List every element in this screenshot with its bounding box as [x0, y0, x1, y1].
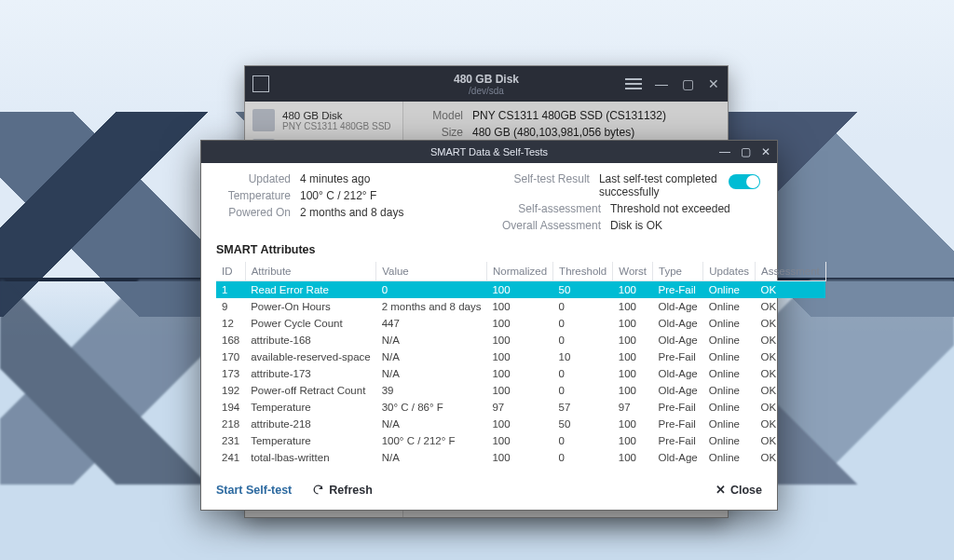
col-updates[interactable]: Updates [703, 262, 756, 281]
table-row[interactable]: 170available-reserved-spaceN/A10010100Pr… [216, 348, 825, 365]
sidebar-item-title: 480 GB Disk [282, 110, 391, 121]
cell-worst: 100 [613, 281, 653, 299]
cell-attr: Temperature [245, 399, 375, 416]
powered-on-value: 2 months and 8 days [300, 206, 403, 219]
cell-upd: Online [703, 348, 756, 365]
cell-id: 192 [216, 382, 245, 399]
cell-norm: 100 [486, 315, 552, 332]
table-row[interactable]: 1Read Error Rate010050100Pre-FailOnlineO… [216, 281, 825, 299]
sidebar-item-sub: PNY CS1311 480GB SSD [282, 121, 391, 131]
menu-icon[interactable] [625, 78, 642, 89]
smart-enabled-toggle[interactable] [729, 174, 760, 189]
col-assessment[interactable]: Assessment [756, 262, 826, 281]
table-row[interactable]: 9Power-On Hours2 months and 8 days100010… [216, 298, 825, 315]
col-normalized[interactable]: Normalized [486, 262, 552, 281]
cell-ass: OK [756, 332, 826, 348]
self-assessment-value: Threshold not exceeded [610, 202, 730, 215]
cell-norm: 100 [486, 348, 552, 365]
table-row[interactable]: 12Power Cycle Count4471000100Old-AgeOnli… [216, 315, 825, 332]
refresh-button[interactable]: Refresh [312, 484, 373, 497]
cell-thr: 0 [553, 449, 613, 466]
col-type[interactable]: Type [653, 262, 703, 281]
disks-left-control[interactable] [252, 75, 269, 92]
cell-thr: 10 [553, 348, 613, 365]
cell-type: Old-Age [653, 315, 703, 332]
table-row[interactable]: 168attribute-168N/A1000100Old-AgeOnlineO… [216, 332, 825, 348]
minimize-button[interactable]: — [655, 77, 668, 90]
cell-ass: OK [756, 399, 826, 416]
cell-id: 194 [216, 399, 245, 416]
size-label: Size [416, 126, 463, 139]
cell-norm: 100 [486, 416, 552, 432]
col-value[interactable]: Value [376, 262, 487, 281]
cell-id: 231 [216, 432, 245, 449]
table-row[interactable]: 173attribute-173N/A1000100Old-AgeOnlineO… [216, 365, 825, 382]
table-row[interactable]: 218attribute-218N/A10050100Pre-FailOnlin… [216, 416, 825, 432]
cell-value: 100° C / 212° F [376, 432, 487, 449]
cell-attr: attribute-173 [245, 365, 375, 382]
disks-titlebar[interactable]: 480 GB Disk /dev/sda — ▢ ✕ [245, 66, 728, 102]
cell-ass: OK [756, 298, 826, 315]
sidebar-item-disk[interactable]: 480 GB Disk PNY CS1311 480GB SSD [245, 105, 402, 135]
cell-upd: Online [703, 298, 756, 315]
cell-id: 12 [216, 315, 245, 332]
smart-minimize-button[interactable]: — [719, 146, 730, 157]
start-self-test-button[interactable]: Start Self-test [216, 484, 292, 497]
cell-upd: Online [703, 449, 756, 466]
close-dialog-button[interactable]: ✕ Close [716, 483, 762, 497]
temperature-label: Temperature [216, 189, 291, 202]
cell-id: 170 [216, 348, 245, 365]
model-value: PNY CS1311 480GB SSD (CS131132) [472, 109, 666, 122]
smart-maximize-button[interactable]: ▢ [740, 146, 751, 157]
smart-titlebar[interactable]: SMART Data & Self-Tests — ▢ ✕ [201, 141, 777, 163]
refresh-icon [312, 484, 324, 496]
cell-type: Pre-Fail [653, 399, 703, 416]
cell-upd: Online [703, 281, 756, 299]
close-button[interactable]: ✕ [707, 77, 720, 90]
cell-ass: OK [756, 449, 826, 466]
smart-dialog-actions: Start Self-test Refresh ✕ Close [201, 473, 777, 510]
cell-thr: 0 [553, 298, 613, 315]
cell-worst: 100 [613, 298, 653, 315]
cell-type: Pre-Fail [653, 432, 703, 449]
cell-id: 218 [216, 416, 245, 432]
selftest-result-label: Self-test Result [489, 172, 590, 198]
cell-upd: Online [703, 416, 756, 432]
cell-thr: 0 [553, 315, 613, 332]
model-label: Model [416, 109, 463, 122]
overall-assessment-value: Disk is OK [610, 219, 662, 232]
cell-upd: Online [703, 399, 756, 416]
table-row[interactable]: 241total-lbas-writtenN/A1000100Old-AgeOn… [216, 449, 825, 466]
cell-ass: OK [756, 365, 826, 382]
col-threshold[interactable]: Threshold [553, 262, 613, 281]
maximize-button[interactable]: ▢ [681, 77, 694, 90]
cell-upd: Online [703, 382, 756, 399]
self-assessment-label: Self-assessment [489, 202, 601, 215]
smart-close-button[interactable]: ✕ [760, 146, 771, 157]
col-attribute[interactable]: Attribute [245, 262, 375, 281]
overall-assessment-label: Overall Assessment [489, 219, 601, 232]
cell-thr: 0 [553, 332, 613, 348]
cell-value: 447 [376, 315, 487, 332]
close-icon: ✕ [716, 483, 726, 497]
cell-upd: Online [703, 332, 756, 348]
cell-upd: Online [703, 365, 756, 382]
powered-on-label: Powered On [216, 206, 291, 219]
col-id[interactable]: ID [216, 262, 245, 281]
cell-worst: 100 [613, 348, 653, 365]
updated-value: 4 minutes ago [300, 172, 370, 185]
cell-thr: 50 [553, 281, 613, 299]
table-row[interactable]: 192Power-off Retract Count391000100Old-A… [216, 382, 825, 399]
cell-type: Old-Age [653, 298, 703, 315]
table-row[interactable]: 194Temperature30° C / 86° F975797Pre-Fai… [216, 399, 825, 416]
table-row[interactable]: 231Temperature100° C / 212° F1000100Pre-… [216, 432, 825, 449]
cell-worst: 100 [613, 432, 653, 449]
smart-summary: Updated 4 minutes ago Temperature 100° C… [216, 172, 762, 236]
cell-value: N/A [376, 332, 487, 348]
cell-value: N/A [376, 348, 487, 365]
cell-value: 2 months and 8 days [376, 298, 487, 315]
cell-id: 1 [216, 281, 245, 299]
cell-attr: attribute-168 [245, 332, 375, 348]
cell-attr: Temperature [245, 432, 375, 449]
col-worst[interactable]: Worst [613, 262, 653, 281]
